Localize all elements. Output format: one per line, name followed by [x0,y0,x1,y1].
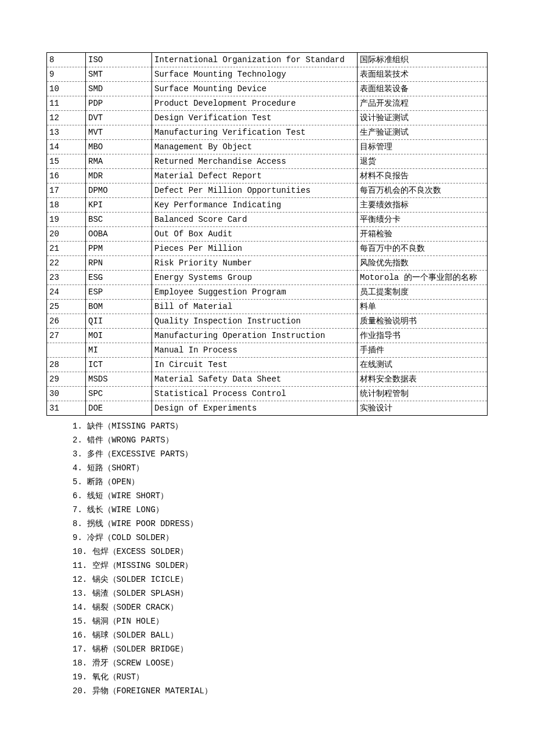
list-item: 4. 短路（SHORT） [73,461,488,475]
table-row: 11PDPProduct Development Procedure产品开发流程 [47,96,488,111]
table-cell: 16 [47,169,86,183]
table-cell: 材料安全数据表 [358,372,488,387]
table-cell: RMA [86,154,152,169]
table-cell: PDP [86,96,152,111]
table-cell: 产品开发流程 [358,96,488,111]
list-item: 17. 锡桥（SOLDER BRIDGE） [73,642,488,656]
table-row: 16MDRMaterial Defect Report材料不良报告 [47,169,488,183]
table-row: 9SMTSurface Mounting Technology表面组装技术 [47,67,488,82]
table-cell: 国际标准组织 [358,53,488,67]
table-cell: 风险优先指数 [358,256,488,271]
list-item: 10. 包焊（EXCESS SOLDER） [73,545,488,559]
list-item: 13. 锡渣（SOLDER SPLASH） [73,586,488,600]
table-cell: ICT [86,358,152,372]
table-cell: 22 [47,256,86,271]
table-cell: ESG [86,271,152,285]
table-cell: 开箱检验 [358,227,488,242]
table-cell: MI [86,343,152,358]
table-cell: PPM [86,242,152,256]
table-cell: Material Safety Data Sheet [152,372,358,387]
table-cell: 25 [47,300,86,314]
table-row: 22RPNRisk Priority Number风险优先指数 [47,256,488,271]
table-cell: 13 [47,125,86,140]
table-cell: DVT [86,111,152,125]
list-item: 19. 氧化（RUST） [73,670,488,684]
table-cell: Pieces Per Million [152,242,358,256]
table-cell: 每百万机会的不良次数 [358,183,488,198]
table-cell: MSDS [86,372,152,387]
table-row: 8ISOInternational Organization for Stand… [47,53,488,67]
table-cell: Quality Inspection Instruction [152,314,358,329]
table-cell: MOI [86,329,152,343]
list-item: 14. 锡裂（SODER CRACK） [73,600,488,614]
table-cell: International Organization for Standard [152,53,358,67]
table-cell: Employee Suggestion Program [152,285,358,300]
table-row: 17DPMODefect Per Million Opportunities每百… [47,183,488,198]
table-cell: 23 [47,271,86,285]
table-cell: Surface Mounting Technology [152,67,358,82]
table-cell: 17 [47,183,86,198]
table-row: 25BOMBill of Material料单 [47,300,488,314]
table-cell: Out Of Box Audit [152,227,358,242]
table-cell: 24 [47,285,86,300]
table-cell: BSC [86,213,152,227]
table-cell: 统计制程管制 [358,387,488,401]
table-cell: Manufacturing Verification Test [152,125,358,140]
table-cell: 退货 [358,154,488,169]
table-cell: Risk Priority Number [152,256,358,271]
table-cell: 设计验证测试 [358,111,488,125]
table-row: 10SMDSurface Mounting Device表面组装设备 [47,82,488,96]
list-item: 8. 拐线（WIRE POOR DDRESS） [73,517,488,531]
table-cell: BOM [86,300,152,314]
table-cell: Design Verification Test [152,111,358,125]
table-cell: Surface Mounting Device [152,82,358,96]
list-item: 20. 异物（FOREIGNER MATERIAL） [73,684,488,698]
table-row: 20OOBAOut Of Box Audit开箱检验 [47,227,488,242]
table-cell: 11 [47,96,86,111]
table-cell: 28 [47,358,86,372]
table-cell: 8 [47,53,86,67]
table-row: 28ICTIn Circuit Test在线测试 [47,358,488,372]
table-row: 24ESPEmployee Suggestion Program员工提案制度 [47,285,488,300]
table-cell: DPMO [86,183,152,198]
table-cell: 9 [47,67,86,82]
table-cell: 料单 [358,300,488,314]
list-item: 1. 缺件（MISSING PARTS） [73,419,488,433]
list-item: 16. 锡球（SOLDER BALL） [73,628,488,642]
table-cell: 主要绩效指标 [358,198,488,213]
table-row: 31DOEDesign of Experiments实验设计 [47,401,488,416]
defect-list: 1. 缺件（MISSING PARTS）2. 错件（WRONG PARTS）3.… [46,419,488,698]
table-row: 29MSDSMaterial Safety Data Sheet材料安全数据表 [47,372,488,387]
table-cell: 实验设计 [358,401,488,416]
table-cell: Energy Systems Group [152,271,358,285]
list-item: 12. 锡尖（SOLDER ICICLE） [73,573,488,586]
table-cell: Product Development Procedure [152,96,358,111]
list-item: 2. 错件（WRONG PARTS） [73,433,488,447]
list-item: 3. 多件（EXCESSIVE PARTS） [73,447,488,461]
table-row: 12DVTDesign Verification Test设计验证测试 [47,111,488,125]
table-cell: 27 [47,329,86,343]
table-cell: 表面组装设备 [358,82,488,96]
table-cell: 生产验证测试 [358,125,488,140]
table-row: 15RMAReturned Merchandise Access退货 [47,154,488,169]
table-row: MIManual In Process手插件 [47,343,488,358]
list-item: 7. 线长（WIRE LONG） [73,503,488,517]
table-cell: Design of Experiments [152,401,358,416]
table-cell: 作业指导书 [358,329,488,343]
document-page: 8ISOInternational Organization for Stand… [0,0,534,750]
table-row: 27MOIManufacturing Operation Instruction… [47,329,488,343]
list-item: 9. 冷焊（COLD SOLDER） [73,531,488,545]
table-cell: Bill of Material [152,300,358,314]
table-cell: 平衡绩分卡 [358,213,488,227]
terminology-table-body: 8ISOInternational Organization for Stand… [47,53,488,416]
table-cell: 12 [47,111,86,125]
table-cell: 30 [47,387,86,401]
table-row: 21PPMPieces Per Million每百万中的不良数 [47,242,488,256]
table-cell: 19 [47,213,86,227]
table-cell: 材料不良报告 [358,169,488,183]
list-item: 11. 空焊（MISSING SOLDER） [73,559,488,573]
table-cell: Management By Object [152,140,358,154]
table-cell: 20 [47,227,86,242]
table-cell: 18 [47,198,86,213]
table-cell: Motorola 的一个事业部的名称 [358,271,488,285]
